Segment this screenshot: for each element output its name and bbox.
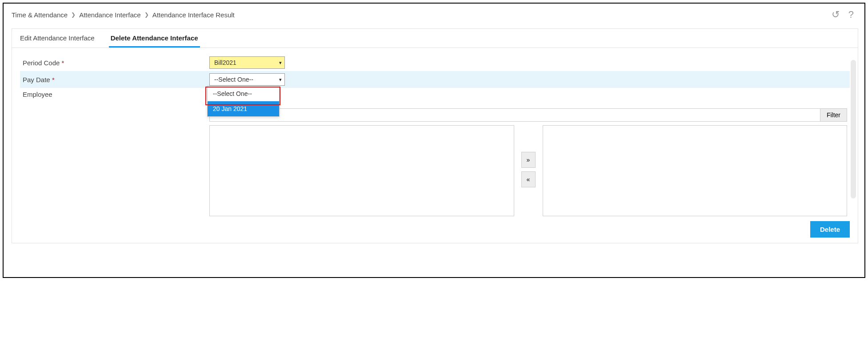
tab-bar: Edit Attendance Interface Delete Attenda… <box>12 29 858 48</box>
help-icon[interactable]: ? <box>848 9 854 20</box>
breadcrumb: Time & Attendance ❯ Attendance Interface… <box>12 11 235 19</box>
period-code-value: Bill2021 <box>214 59 236 66</box>
employee-selected-list[interactable] <box>543 125 848 216</box>
move-left-button[interactable]: « <box>521 171 536 187</box>
row-pay-date: Pay Date * --Select One-- ▾ --Select One… <box>20 71 850 88</box>
pay-date-value: --Select One-- <box>214 76 253 83</box>
label-text: Pay Date <box>23 76 50 83</box>
chevron-down-icon: ▾ <box>279 77 282 83</box>
refresh-icon[interactable]: ↺ <box>832 9 840 20</box>
form-body: Period Code * Bill2021 ▾ Pay Date * <box>12 54 858 216</box>
scrollbar[interactable] <box>851 60 856 198</box>
delete-button[interactable]: Delete <box>810 221 850 238</box>
app-frame: Time & Attendance ❯ Attendance Interface… <box>3 3 865 278</box>
label-period-code: Period Code * <box>23 59 209 67</box>
pay-date-select[interactable]: --Select One-- ▾ <box>209 73 285 86</box>
chevron-right-icon: ❯ <box>71 12 76 18</box>
required-marker: * <box>62 59 64 67</box>
tab-delete-attendance[interactable]: Delete Attendance Interface <box>109 29 200 48</box>
required-marker: * <box>52 76 55 83</box>
pay-date-option-1[interactable]: 20 Jan 2021 <box>208 101 279 116</box>
breadcrumb-item-2[interactable]: Attendance Interface <box>79 11 140 19</box>
label-text: Period Code <box>23 59 60 67</box>
pay-date-dropdown: --Select One-- 20 Jan 2021 <box>207 86 280 117</box>
header-row: Time & Attendance ❯ Attendance Interface… <box>12 9 858 20</box>
pay-date-option-placeholder[interactable]: --Select One-- <box>208 86 279 101</box>
main-panel: Edit Attendance Interface Delete Attenda… <box>12 28 858 243</box>
row-employee: Employee Filter » « <box>20 88 850 216</box>
row-period-code: Period Code * Bill2021 ▾ <box>20 54 850 71</box>
employee-filter-row: Filter <box>209 108 847 122</box>
header-actions: ↺ ? <box>832 9 858 20</box>
chevron-right-icon: ❯ <box>144 12 149 18</box>
breadcrumb-item-3: Attendance Interface Result <box>152 11 235 19</box>
label-pay-date: Pay Date * <box>23 76 209 83</box>
employee-available-list[interactable] <box>209 125 514 216</box>
employee-dual-list: » « <box>209 125 847 216</box>
label-employee: Employee <box>23 91 209 98</box>
footer-actions: Delete <box>810 221 850 238</box>
dual-list-controls: » « <box>521 125 536 187</box>
employee-search-input[interactable] <box>209 108 820 122</box>
tab-edit-attendance[interactable]: Edit Attendance Interface <box>18 29 96 48</box>
chevron-down-icon: ▾ <box>279 60 282 66</box>
filter-button[interactable]: Filter <box>820 108 847 122</box>
period-code-select[interactable]: Bill2021 ▾ <box>209 56 285 69</box>
move-right-button[interactable]: » <box>521 152 536 168</box>
label-text: Employee <box>23 91 52 98</box>
breadcrumb-item-1[interactable]: Time & Attendance <box>12 11 68 19</box>
